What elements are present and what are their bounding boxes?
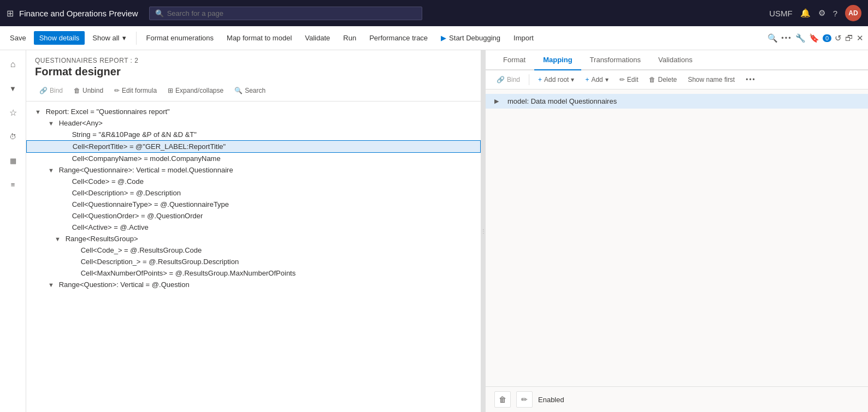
node-text-report: Report: Excel = "Questionnaires report": [46, 108, 170, 116]
toggle-cell-description: [61, 190, 70, 196]
import-button[interactable]: Import: [508, 31, 539, 45]
top-search-input[interactable]: [167, 9, 416, 17]
performance-trace-button[interactable]: Performance trace: [364, 31, 433, 45]
toggle-cell-questionnaire-type: [61, 201, 70, 208]
right-more-button[interactable]: •••: [741, 74, 760, 86]
node-text-header: Header<Any>: [59, 119, 103, 127]
tree-node-cell-code[interactable]: Cell<Code> = @.Code: [26, 176, 481, 187]
right-bind-button[interactable]: 🔗 Bind: [492, 74, 524, 86]
tab-transformations[interactable]: Transformations: [581, 50, 649, 70]
tree-node-cell-description-[interactable]: Cell<Description_> = @.ResultsGroup.Desc…: [26, 256, 481, 267]
show-all-button[interactable]: Show all ▾: [87, 31, 131, 45]
toolbar-number-badge: 0: [823, 34, 831, 42]
avatar[interactable]: AD: [845, 5, 861, 21]
table-nav-icon[interactable]: ▦: [3, 151, 23, 170]
tree-node-cell-report-title[interactable]: Cell<ReportTitle> = @"GER_LABEL:ReportTi…: [26, 140, 481, 153]
tree-node-cell-active[interactable]: Cell<Active> = @.Active: [26, 222, 481, 233]
add-root-button[interactable]: + Add root ▾: [534, 74, 578, 86]
right-panel: Format Mapping Transformations Validatio…: [486, 50, 868, 412]
tree-node-string[interactable]: String = "&R&10Page &P of &N &D &T": [26, 129, 481, 140]
node-text-range-question: Range<Question>: Vertical = @.Question: [59, 280, 190, 289]
tree-node-cell-max-points[interactable]: Cell<MaxNumberOfPoints> = @.ResultsGroup…: [26, 267, 481, 279]
mapping-node-model[interactable]: ▶ model: Data model Questionnaires: [486, 94, 868, 109]
node-text-cell-questionnaire-type: Cell<QuestionnaireType> = @.Questionnair…: [72, 200, 229, 208]
run-button[interactable]: Run: [338, 31, 362, 45]
toggle-cell-company-name: [61, 156, 70, 162]
map-format-to-model-button[interactable]: Map format to model: [221, 31, 297, 45]
gear-icon[interactable]: ⚙: [818, 8, 825, 18]
edit-label: Edit: [627, 76, 639, 83]
save-button[interactable]: Save: [4, 31, 32, 45]
bind-button[interactable]: 🔗 Bind: [35, 85, 67, 97]
top-search-icon: 🔍: [155, 9, 164, 17]
grid-icon[interactable]: ⊞: [7, 8, 14, 19]
toggle-cell-question-order: [61, 213, 70, 219]
bottom-edit-button[interactable]: ✏: [516, 391, 533, 408]
tree-node-header[interactable]: ▼ Header<Any>: [26, 117, 481, 129]
toggle-header: ▼: [48, 120, 57, 127]
tree-node-cell-questionnaire-type[interactable]: Cell<QuestionnaireType> = @.Questionnair…: [26, 199, 481, 210]
filter-nav-icon[interactable]: ▼: [3, 79, 23, 98]
edit-formula-label: Edit formula: [122, 87, 157, 94]
status-text: Enabled: [538, 396, 564, 404]
right-content: ▶ model: Data model Questionnaires: [486, 89, 868, 386]
tab-mapping[interactable]: Mapping: [534, 50, 581, 70]
list-nav-icon[interactable]: ≡: [3, 175, 23, 194]
delete-trash-icon: 🗑: [649, 76, 656, 83]
toolbar-dots-icon[interactable]: •••: [781, 34, 792, 42]
add-chevron-icon: ▾: [605, 76, 609, 83]
search-label: Search: [245, 87, 265, 94]
bell-icon[interactable]: 🔔: [800, 8, 811, 18]
toggle-cell-code-: [70, 247, 79, 254]
tree-node-cell-company-name[interactable]: Cell<CompanyName> = model.CompanyName: [26, 153, 481, 164]
expand-collapse-button[interactable]: ⊞ Expand/collapse: [163, 85, 228, 97]
add-button[interactable]: + Add ▾: [581, 74, 612, 86]
edit-pencil-icon: ✏: [619, 76, 625, 83]
node-text-string: String = "&R&10Page &P of &N &D &T": [72, 130, 197, 139]
link-icon: 🔗: [39, 87, 48, 94]
start-debugging-button[interactable]: ▶ Start Debugging: [435, 31, 506, 45]
tree-node-range-results-group[interactable]: ▼ Range<ResultsGroup>: [26, 233, 481, 244]
right-link-icon: 🔗: [497, 76, 505, 83]
toolbar-close-icon[interactable]: ✕: [857, 33, 864, 43]
toggle-range-question: ▼: [48, 282, 57, 288]
toolbar-refresh-icon[interactable]: ↺: [835, 33, 842, 43]
bind-label: Bind: [50, 87, 63, 94]
toolbar-window-icon[interactable]: 🗗: [845, 33, 853, 43]
toolbar-bookmark-icon[interactable]: 🔖: [809, 33, 819, 43]
drag-handle[interactable]: ⋮: [481, 50, 486, 412]
add-plus-icon: +: [585, 76, 589, 83]
edit-button[interactable]: ✏ Edit: [615, 74, 643, 86]
tree-node-range-questionnaire[interactable]: ▼ Range<Questionnaire>: Vertical = model…: [26, 164, 481, 176]
format-enumerations-button[interactable]: Format enumerations: [141, 31, 220, 45]
home-nav-icon[interactable]: ⌂: [3, 55, 23, 74]
search-button[interactable]: 🔍 Search: [230, 85, 270, 97]
tree-node-cell-question-order[interactable]: Cell<QuestionOrder> = @.QuestionOrder: [26, 210, 481, 222]
show-details-button[interactable]: Show details: [34, 31, 85, 45]
toggle-cell-code: [61, 178, 70, 185]
toggle-cell-description-: [70, 259, 79, 265]
show-name-first-button[interactable]: Show name first: [683, 74, 739, 86]
unbind-button[interactable]: 🗑 Unbind: [69, 85, 108, 97]
delete-button[interactable]: 🗑 Delete: [645, 74, 681, 86]
top-right-icons: USMF 🔔 ⚙ ? AD: [769, 5, 861, 21]
toggle-string: [61, 132, 70, 138]
debug-icon: ▶: [441, 34, 446, 42]
tab-validations[interactable]: Validations: [649, 50, 701, 70]
tree-node-cell-code-[interactable]: Cell<Code_> = @.ResultsGroup.Code: [26, 244, 481, 256]
bottom-trash-button[interactable]: 🗑: [494, 391, 511, 408]
tree-node-range-question[interactable]: ▼ Range<Question>: Vertical = @.Question: [26, 279, 481, 290]
tree-node-cell-description[interactable]: Cell<Description> = @.Description: [26, 187, 481, 199]
edit-formula-button[interactable]: ✏ Edit formula: [110, 85, 161, 97]
tab-format[interactable]: Format: [494, 50, 534, 70]
help-icon[interactable]: ?: [833, 9, 837, 18]
top-search-bar[interactable]: 🔍: [149, 7, 422, 20]
toolbar-search-icon[interactable]: 🔍: [767, 33, 778, 43]
show-all-label: Show all: [92, 34, 119, 42]
history-nav-icon[interactable]: ⏱: [3, 127, 23, 146]
tree-node-report[interactable]: ▼ Report: Excel = "Questionnaires report…: [26, 106, 481, 117]
node-text-cell-description: Cell<Description> = @.Description: [72, 189, 181, 197]
validate-button[interactable]: Validate: [299, 31, 335, 45]
toolbar-puzzle-icon[interactable]: 🔧: [795, 33, 806, 43]
star-nav-icon[interactable]: ☆: [3, 103, 23, 122]
